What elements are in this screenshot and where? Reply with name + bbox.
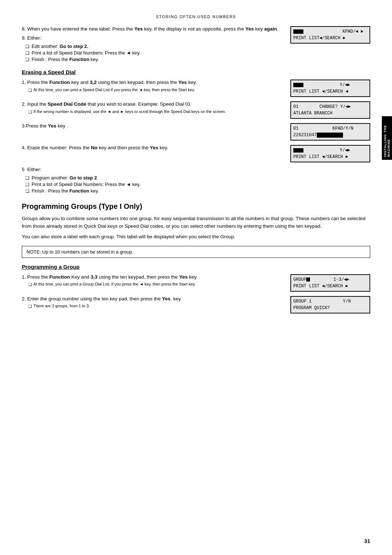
page: INSTALLING THE MACHINE STORING OFTEN USE… xyxy=(0,0,392,555)
erase-step3-text: 3.Press the Yes key . xyxy=(22,122,283,133)
step8-number: 8. xyxy=(22,26,27,32)
erase-step4-text: 4. Erase the number: Press the No key an… xyxy=(22,144,283,153)
bullet-item: Edit another: Go to step 2. xyxy=(25,44,283,49)
bullet-item: Finish : Press the Function key. xyxy=(25,57,283,62)
prog-groups-para2: You can also store a label with each gro… xyxy=(22,233,370,241)
prog-groups-para1: Groups allow you to combine some numbers… xyxy=(22,215,370,230)
erase-step1-note: ❑ At this time, you can print a Speed Di… xyxy=(28,88,283,93)
erase-step1: 1. Press the Function key and 3,2 using … xyxy=(22,79,370,97)
erase-step4: 4. Erase the number: Press the No key an… xyxy=(22,144,370,162)
note-box: NOTE: Up to 10 numbers can be stored in … xyxy=(22,246,370,258)
lcd-display-1: KPAD/◄ ► PRINT LIST◄/SEARCH ► xyxy=(290,26,370,44)
erasing-heading: Erasing a Speed Dial xyxy=(22,69,370,75)
lcd-col-erase4: Y/◄► PRINT LIST ◄/SEARCH ► xyxy=(290,144,370,162)
prog-step1-text: 1. Press the Function Key and 3,3 using … xyxy=(22,274,283,287)
lcd-col-prog1: GROUP 1-3/◄► PRINT LIST ◄/SEARCH ► xyxy=(290,274,370,292)
lcd-display-erase4: Y/◄► PRINT LIST ◄/SEARCH ► xyxy=(290,145,370,162)
lcd-display-prog2: GROUP 1 Y/N PROGRAM QUICK? xyxy=(290,296,370,313)
step5-bullets: Program another: Go to step 2. Print a l… xyxy=(25,175,370,194)
side-label: INSTALLING THE MACHINE xyxy=(382,116,392,160)
step8-text: 8. When you have entered the new label: … xyxy=(22,25,283,63)
erase-step2: 2. Input the Speed Dial Code that you wi… xyxy=(22,101,370,119)
bullet-item: Program another: Go to step 2. xyxy=(25,175,370,181)
lcd-col-erase1: Y/◄► PRINT LIST ◄/SEARCH ◄ xyxy=(290,79,370,97)
note-text: NOTE: Up to 10 numbers can be stored in … xyxy=(26,249,133,255)
page-number: 31 xyxy=(364,538,370,544)
erase-step1-text: 1. Press the Function key and 3,2 using … xyxy=(22,79,283,93)
erase-step2-note: ❑ If the wrong number is displayed, use … xyxy=(28,109,283,114)
step9-bullets: Edit another: Go to step 2. Print a list… xyxy=(25,44,283,62)
bullet-item: Print a list of Speed Dial Numbers: Pres… xyxy=(25,182,370,187)
prog-group-subheading: Programming a Group xyxy=(22,264,370,270)
prog-step2-text: 2. Enter the group number using the ten … xyxy=(22,295,283,309)
prog-groups-heading: Programming Groups (Type I Only) xyxy=(22,202,370,211)
prog-step1: 1. Press the Function Key and 3,3 using … xyxy=(22,274,370,292)
page-header: STORING OFTEN USED NUMBERS xyxy=(22,15,370,19)
step8-section: 8. When you have entered the new label: … xyxy=(22,25,370,63)
bullet-item: Finish : Press the Function key. xyxy=(25,188,370,194)
step9-label: 9. Either: xyxy=(22,35,283,42)
erase-step5: 5 Either: Program another: Go to step 2.… xyxy=(22,166,370,194)
lcd-col-step8: KPAD/◄ ► PRINT LIST◄/SEARCH ► xyxy=(290,25,370,44)
lcd-display-erase1: Y/◄► PRINT LIST ◄/SEARCH ◄ xyxy=(290,80,370,97)
lcd-col-prog2: GROUP 1 Y/N PROGRAM QUICK? xyxy=(290,295,370,313)
prog-step2-note: ❑ There are 3 groups, from 1 to 3. xyxy=(28,304,283,309)
step8-content: When you have entered the new label: Pre… xyxy=(27,26,278,32)
erase-step2-text: 2. Input the Speed Dial Code that you wi… xyxy=(22,101,283,114)
prog-step2: 2. Enter the group number using the ten … xyxy=(22,295,370,313)
lcd-display-erase2: 01 CHANGE? Y/◄► ATLANTA BRANCCH xyxy=(290,101,370,119)
lcd-col-erase3: 01 KPAD/Y/N 226231047██████████ xyxy=(290,122,370,141)
erase-step3: 3.Press the Yes key . 01 KPAD/Y/N 226231… xyxy=(22,122,370,141)
prog-step1-note: ❑ At this time, you can print a Group Di… xyxy=(28,282,283,287)
lcd-display-erase3: 01 KPAD/Y/N 226231047██████████ xyxy=(290,123,370,141)
lcd-col-erase2: 01 CHANGE? Y/◄► ATLANTA BRANCCH xyxy=(290,101,370,119)
bullet-item: Print a list of Speed Dial Numbers: Pres… xyxy=(25,50,283,56)
lcd-display-prog1: GROUP 1-3/◄► PRINT LIST ◄/SEARCH ► xyxy=(290,274,370,292)
